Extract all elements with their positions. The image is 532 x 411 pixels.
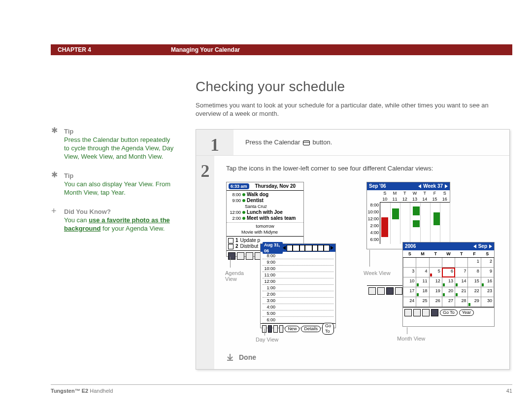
agenda-view-icon[interactable] (404, 309, 412, 316)
tip-label: Tip (64, 128, 73, 135)
screenshots-row: 6:33 am Thursday, Nov 20 8:00 Walk dog 9… (226, 182, 499, 340)
agenda-event: 9:00 Dentist (228, 198, 302, 204)
week-caption: Week View (364, 270, 391, 276)
month-name: Sep (478, 243, 487, 249)
next-day-icon[interactable] (331, 246, 333, 250)
month-grid: SMTWTFS123456789101112131415161718192021… (403, 250, 494, 307)
week-view-icon[interactable] (246, 252, 253, 260)
day-date: Aug 31, 06 (263, 242, 283, 254)
leader-line (230, 257, 231, 268)
step-number: 1 (210, 135, 219, 155)
day-slot: 12:00 (263, 278, 333, 285)
day-slot: 6:00 (263, 317, 333, 323)
month-year: 2006 (405, 243, 416, 249)
agenda-view-icon[interactable] (228, 252, 235, 260)
page-number: 41 (506, 388, 512, 394)
step-2-body: Tap the icons in the lower-left corner t… (214, 156, 509, 369)
product-name: Tungsten™ E2 Handheld (51, 388, 113, 394)
dyk-pre: You can (64, 216, 89, 224)
month-view-icon[interactable] (279, 325, 284, 333)
day-slot: 5:00 (263, 310, 333, 317)
details-button[interactable]: Details (301, 326, 321, 332)
week-view-icon[interactable] (422, 309, 430, 316)
agenda-event: 2:00 Meet with sales team (228, 215, 302, 221)
month-view-icon[interactable] (431, 309, 438, 316)
goto-button[interactable]: Go To (322, 323, 334, 335)
goto-button[interactable]: Go To (440, 309, 458, 316)
month-view-icon[interactable] (395, 287, 402, 295)
step-number: 2 (201, 161, 210, 181)
prev-week-icon[interactable] (418, 184, 421, 188)
page-title: Checking your schedule (196, 79, 345, 95)
tomorrow-label: tomorrow (227, 222, 303, 229)
agenda-date: Thursday, Nov 20 (249, 183, 301, 189)
chapter-label: CHAPTER 4 (58, 46, 171, 53)
day-view-screenshot: Aug 31, 06 SMTWTFS 8:009:0010:0011:0012:… (260, 243, 336, 328)
week-label: Week 37 (423, 183, 443, 189)
week-view-screenshot: Sep '06 Week 37 SMTWTFS10111213141516 8:… (366, 182, 450, 249)
day-slot: 4:00 (263, 304, 333, 310)
day-slot: 2:00 (263, 291, 333, 298)
section-title: Managing Your Calendar (171, 46, 240, 53)
event-block (392, 208, 399, 219)
did-you-know: + Did You Know? You can use a favorite p… (52, 207, 175, 233)
calendar-button-icon (303, 140, 310, 145)
day-slot: 10:00 (263, 266, 333, 272)
tip-1: ✱ Tip Press the Calendar button repeated… (52, 127, 175, 161)
prev-day-icon[interactable] (283, 246, 286, 250)
plus-icon: + (51, 207, 62, 214)
year-button[interactable]: Year (459, 309, 474, 316)
steps-panel: 1 Press the Calendar button. 2 Tap the i… (196, 129, 510, 370)
week-month: Sep '06 (369, 183, 386, 189)
tip-body: Press the Calendar button repeatedly to … (64, 136, 173, 160)
step-1-text-a: Press the Calendar (245, 138, 302, 146)
week-view-icon[interactable] (273, 325, 278, 333)
done-arrow-icon (226, 353, 234, 361)
chapter-header-bar: CHAPTER 4 Managing Your Calendar (51, 44, 512, 55)
agenda-time: 6:33 am (229, 183, 249, 189)
tip-icon: ✱ (51, 171, 62, 178)
day-view-icon[interactable] (268, 325, 272, 333)
tip-body: You can also display Year View. From Mon… (64, 180, 170, 196)
tip-icon: ✱ (51, 127, 62, 134)
day-slot: 11:00 (263, 272, 333, 278)
event-block (413, 206, 420, 215)
month-view-screenshot: 2006 Sep SMTWTFS123456789101112131415161… (402, 242, 495, 327)
next-week-icon[interactable] (445, 184, 448, 188)
product-name-rest: Handheld (88, 388, 113, 394)
day-view-icon[interactable] (377, 287, 385, 295)
leader-line (265, 329, 265, 336)
page-footer: Tungsten™ E2 Handheld 41 (51, 384, 512, 394)
tip-2: ✱ Tip You can also display Year View. Fr… (52, 171, 175, 197)
step-2-text: Tap the icons in the lower-left corner t… (226, 165, 499, 172)
day-slot: 3:00 (263, 298, 333, 304)
done-label: Done (239, 353, 256, 361)
agenda-caption: Agenda View (225, 270, 250, 282)
leader-line (369, 250, 370, 267)
agenda-event: 12:00 Lunch with Joe (228, 209, 302, 215)
dyk-label: Did You Know? (64, 208, 111, 215)
day-view-icon[interactable] (237, 252, 244, 260)
day-caption: Day View (256, 337, 278, 342)
day-slot: 1:00 (263, 285, 333, 291)
day-slot: 8:00 (263, 253, 333, 259)
prev-month-icon[interactable] (473, 244, 476, 248)
dyk-post: for your Agenda View. (100, 225, 165, 232)
day-slot: 9:00 (263, 259, 333, 266)
agenda-event: 8:00 Walk dog (228, 192, 302, 198)
day-view-icon[interactable] (413, 309, 421, 316)
event-block (381, 217, 388, 237)
sidebar-notes: ✱ Tip Press the Calendar button repeated… (52, 127, 175, 243)
next-month-icon[interactable] (489, 244, 492, 248)
tomorrow-item: Movie with Midyne (227, 229, 303, 236)
event-block (413, 220, 420, 227)
agenda-view-icon[interactable] (368, 287, 376, 295)
step-1-body: Press the Calendar button. (233, 130, 509, 155)
tip-label: Tip (64, 172, 73, 179)
month-caption: Month View (397, 336, 425, 342)
new-button[interactable]: New (285, 326, 299, 332)
step-2-row: 2 Tap the icons in the lower-left corner… (196, 156, 509, 369)
week-view-icon[interactable] (386, 287, 394, 295)
leader-line (407, 327, 407, 334)
step-1-text-b: button. (313, 138, 332, 146)
